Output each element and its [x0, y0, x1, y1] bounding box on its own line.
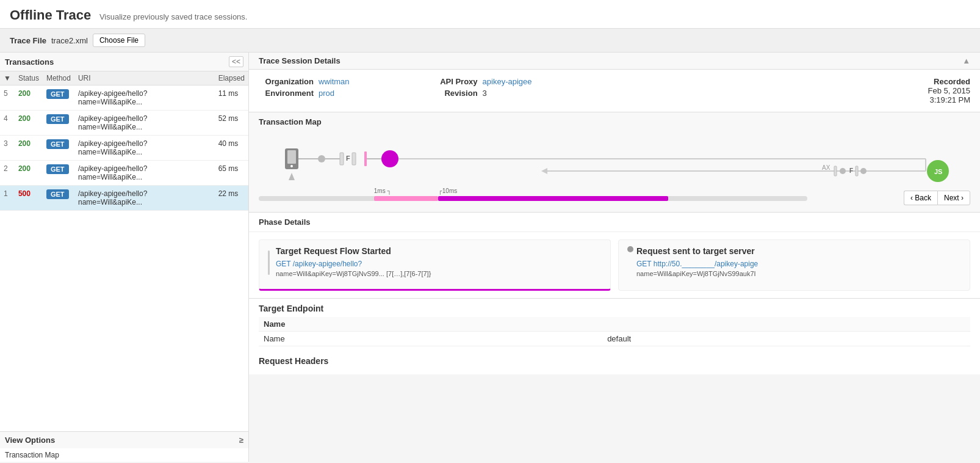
request-headers-title: Request Headers [259, 356, 970, 366]
svg-rect-14 [856, 166, 858, 176]
table-row[interactable]: 1 500 GET /apikey-apigee/hello? name=Wil… [0, 186, 248, 211]
collapse-button[interactable]: << [229, 56, 243, 67]
revision-value: 3 [483, 89, 487, 98]
tx-uri: /apikey-apigee/hello? name=Will&apiKe... [74, 136, 215, 161]
tx-method: GET [43, 111, 74, 136]
svg-rect-7 [364, 151, 367, 166]
tx-method: GET [43, 86, 74, 111]
request-headers-section: Request Headers [249, 351, 980, 374]
svg-marker-9 [541, 168, 547, 174]
view-options: View Options ≥ [0, 431, 248, 448]
tx-uri: /apikey-apigee/hello? name=Will&apiKe... [74, 86, 215, 111]
session-details-header: Trace Session Details ▲ [249, 53, 980, 70]
back-button[interactable]: ‹ Back [904, 191, 937, 205]
org-value: wwitman [319, 77, 350, 86]
timeline-label-10ms: ┌10ms [438, 188, 458, 194]
session-details: Organization wwitman Environment prod AP… [249, 70, 980, 112]
left-panel: Transactions << ▼ Status Method URI Elap… [0, 53, 249, 462]
phase-card-2-title: Request sent to target server [636, 246, 758, 256]
svg-rect-6 [352, 153, 356, 165]
table-row[interactable]: 4 200 GET /apikey-apigee/hello? name=Wil… [0, 111, 248, 136]
tx-num: 1 [0, 186, 15, 211]
right-panel: Trace Session Details ▲ Organization wwi… [249, 53, 980, 462]
phase-card-2-line2: name=Will&apiKey=Wj8TGjNvS99auk7I [636, 270, 758, 277]
page-title: Offline Trace [10, 7, 91, 23]
svg-point-12 [840, 168, 846, 174]
tx-num: 4 [0, 111, 15, 136]
trace-file-bar: Trace File trace2.xml Choose File [0, 29, 980, 53]
name-col-header: Name [259, 317, 602, 332]
session-collapse-icon[interactable]: ▲ [962, 56, 970, 65]
transactions-header: Transactions << [0, 53, 248, 71]
phase-card-2-link[interactable]: GET http://50.________/apikey-apige [636, 260, 758, 268]
page-header: Offline Trace Visualize previously saved… [0, 0, 980, 29]
tx-elapsed: 52 ms [215, 111, 248, 136]
phase-card-2-indicator [627, 246, 633, 252]
next-button[interactable]: Next › [937, 191, 970, 205]
transactions-table: ▼ Status Method URI Elapsed 5 200 GET /a… [0, 71, 248, 211]
endpoint-name-label: Name [259, 332, 602, 346]
trace-file-name: trace2.xml [51, 36, 88, 45]
flow-dot-1 [318, 155, 325, 162]
table-header-row: ▼ Status Method URI Elapsed [0, 71, 248, 86]
svg-point-15 [860, 168, 867, 174]
svg-rect-11 [834, 166, 837, 176]
transactions-title: Transactions [5, 57, 54, 67]
flow-svg: F [259, 131, 970, 186]
table-row[interactable]: 5 200 GET /apikey-apigee/hello? name=Wil… [0, 86, 248, 111]
tx-elapsed: 22 ms [215, 186, 248, 211]
transaction-map-section: Transaction Map [249, 112, 980, 213]
transactions-table-container: ▼ Status Method URI Elapsed 5 200 GET /a… [0, 71, 248, 431]
tx-map-option-label: Transaction Map [5, 451, 59, 459]
svg-point-1 [290, 165, 293, 167]
proxy-row: API Proxy apikey-apigee [423, 77, 532, 86]
col-elapsed: Elapsed [215, 71, 248, 86]
revision-label: Revision [423, 89, 478, 98]
tx-num: 3 [0, 136, 15, 161]
timeline-label-1ms: 1ms ┐ [374, 188, 392, 194]
name-value-col [602, 317, 970, 332]
svg-rect-4 [340, 153, 344, 165]
view-options-expand-icon[interactable]: ≥ [239, 436, 243, 445]
right-panel-inner: Organization wwitman Environment prod AP… [249, 70, 980, 462]
trace-file-label: Trace File [10, 36, 46, 45]
svg-marker-17 [289, 173, 295, 180]
phase-details-cards: Target Request Flow Started GET /apikey-… [249, 232, 980, 298]
phase-card-2: Request sent to target server GET http:/… [618, 239, 970, 291]
tx-uri: /apikey-apigee/hello? name=Will&apiKe... [74, 161, 215, 186]
phase-card-1-link[interactable]: GET /apikey-apigee/hello? [276, 260, 362, 268]
phase-details-header-title: Phase Details [249, 213, 980, 232]
proxy-value: apikey-apigee [483, 77, 532, 86]
nav-buttons: ‹ Back Next › [904, 191, 970, 205]
tx-status: 200 [15, 161, 43, 186]
org-label: Organization [259, 77, 314, 86]
target-endpoint-title: Target Endpoint [259, 304, 970, 313]
tx-elapsed: 40 ms [215, 136, 248, 161]
revision-row: Revision 3 [423, 89, 532, 98]
tx-status: 500 [15, 186, 43, 211]
table-row[interactable]: 3 200 GET /apikey-apigee/hello? name=Wil… [0, 136, 248, 161]
table-row[interactable]: 2 200 GET /apikey-apigee/hello? name=Wil… [0, 161, 248, 186]
tx-method: GET [43, 161, 74, 186]
env-label: Environment [259, 89, 314, 98]
col-method: Method [43, 71, 74, 86]
col-sort[interactable]: ▼ [0, 71, 15, 86]
timeline-row: 1ms ┐ ┌10ms ‹ Back Next › [259, 189, 970, 207]
phase-card-1: Target Request Flow Started GET /apikey-… [259, 239, 611, 291]
transaction-map-title: Transaction Map [259, 117, 970, 126]
proxy-revision-group: API Proxy apikey-apigee Revision 3 [423, 77, 532, 98]
choose-file-button[interactable]: Choose File [93, 34, 145, 47]
phase-card-1-line1: GET /apikey-apigee/hello? [276, 260, 431, 268]
tx-method: GET [43, 136, 74, 161]
org-env-group: Organization wwitman Environment prod [259, 77, 350, 98]
main-layout: Transactions << ▼ Status Method URI Elap… [0, 53, 980, 462]
flow-circle-magenta [381, 150, 398, 167]
target-endpoint-table: Name Name default [259, 317, 970, 346]
tx-elapsed: 11 ms [215, 86, 248, 111]
tx-num: 5 [0, 86, 15, 111]
phase-card-1-line2: name=Will&apiKey=Wj8TGjNvS99... [7[…],[7… [276, 270, 431, 277]
svg-text:JS: JS [934, 168, 942, 175]
proxy-label: API Proxy [423, 77, 478, 86]
svg-rect-0 [287, 150, 296, 164]
col-uri: URI [74, 71, 215, 86]
